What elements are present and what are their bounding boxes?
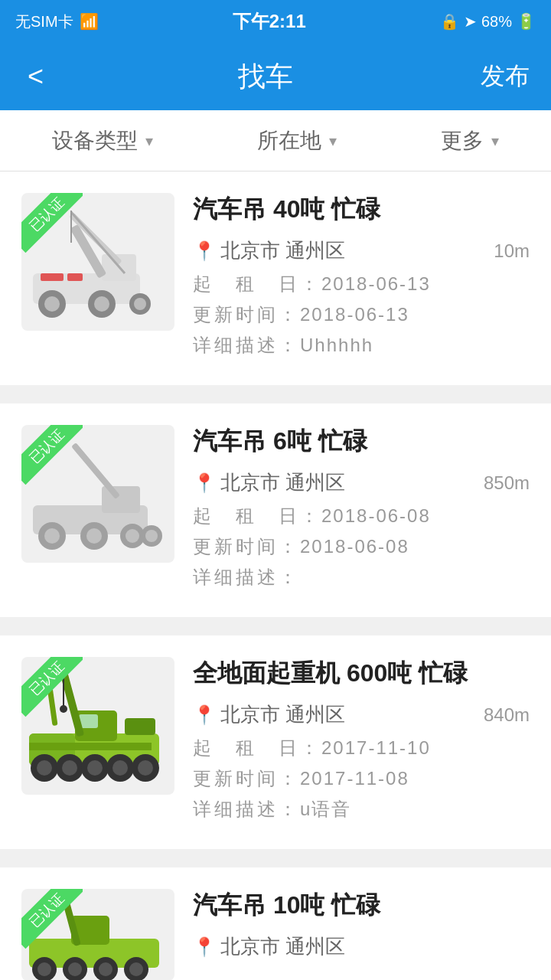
crane-svg-2 <box>25 429 171 559</box>
location-text-4: 北京市 通州区 <box>220 933 345 960</box>
equipment-list: 已认证 汽车吊 40吨 忙碌 📍 北京市 通州区 10m 起 租 日：2018-… <box>0 172 551 980</box>
lock-icon: 🔒 <box>440 12 459 31</box>
svg-rect-42 <box>125 718 155 735</box>
page-title: 找车 <box>238 58 293 96</box>
filter-equipment-type[interactable]: 设备类型 ▾ <box>52 126 153 155</box>
svg-point-51 <box>68 962 82 976</box>
svg-point-44 <box>60 705 67 713</box>
card-info-4: 汽车吊 10吨 忙碌 📍 北京市 通州区 <box>193 889 530 968</box>
location-pin-icon-1: 📍 <box>193 240 216 262</box>
card-location-row-3: 📍 北京市 通州区 840m <box>193 701 530 728</box>
filter-equipment-label: 设备类型 <box>52 126 138 155</box>
filter-location-arrow: ▾ <box>329 132 337 150</box>
svg-rect-30 <box>44 665 57 726</box>
list-item[interactable]: 已认证 汽车吊 40吨 忙碌 📍 北京市 通州区 10m 起 租 日：2018-… <box>0 172 551 385</box>
svg-point-24 <box>145 530 158 542</box>
card-info-3: 全地面起重机 600吨 忙碌 📍 北京市 通州区 840m 起 租 日：2017… <box>193 657 530 828</box>
card-location-row-4: 📍 北京市 通州区 <box>193 933 530 960</box>
svg-point-41 <box>138 760 153 776</box>
svg-rect-15 <box>102 486 140 513</box>
distance-3: 840m <box>484 704 530 726</box>
card-title-3: 全地面起重机 600吨 忙碌 <box>193 657 530 691</box>
description-3: 详细描述：u语音 <box>193 797 530 822</box>
card-location-4: 📍 北京市 通州区 <box>193 933 345 960</box>
svg-point-9 <box>134 298 146 310</box>
status-right: 🔒 ➤ 68% 🔋 <box>440 12 536 31</box>
card-info-1: 汽车吊 40吨 忙碌 📍 北京市 通州区 10m 起 租 日：2018-06-1… <box>193 193 530 364</box>
filter-location[interactable]: 所在地 ▾ <box>257 126 337 155</box>
update-time-3: 更新时间：2017-11-08 <box>193 766 530 791</box>
no-sim-label: 无SIM卡 <box>15 11 73 32</box>
distance-2: 850m <box>484 472 530 494</box>
list-item[interactable]: 已认证 汽车吊 10吨 忙碌 📍 北京市 通州区 <box>0 867 551 980</box>
svg-point-7 <box>94 296 109 312</box>
svg-point-37 <box>87 760 103 776</box>
wifi-icon: 📶 <box>80 12 99 31</box>
description-2: 详细描述： <box>193 565 530 590</box>
list-item[interactable]: 已认证 汽车吊 6吨 忙碌 📍 北京市 通州区 850m 起 租 日：2018-… <box>0 403 551 617</box>
filter-more[interactable]: 更多 ▾ <box>441 126 499 155</box>
filter-location-label: 所在地 <box>257 126 321 155</box>
filter-bar: 设备类型 ▾ 所在地 ▾ 更多 ▾ <box>0 110 551 172</box>
divider-1 <box>0 394 551 403</box>
publish-button[interactable]: 发布 <box>481 60 530 93</box>
divider-3 <box>0 858 551 867</box>
description-1: 详细描述：Uhhhhh <box>193 333 530 358</box>
update-time-2: 更新时间：2018-06-08 <box>193 534 530 559</box>
battery-label: 68% <box>481 13 512 31</box>
location-text-3: 北京市 通州区 <box>220 701 345 728</box>
svg-point-22 <box>126 529 139 543</box>
card-location-row-1: 📍 北京市 通州区 10m <box>193 237 530 264</box>
start-date-3: 起 租 日：2017-11-10 <box>193 736 530 760</box>
crane-svg-3 <box>25 661 171 791</box>
equipment-image-4: 已认证 <box>21 889 174 980</box>
location-pin-icon-3: 📍 <box>193 704 216 726</box>
battery-icon: 🔋 <box>517 12 536 31</box>
svg-point-49 <box>37 962 51 976</box>
svg-point-18 <box>44 528 60 544</box>
distance-1: 10m <box>494 240 530 262</box>
location-text-2: 北京市 通州区 <box>220 469 345 496</box>
status-time: 下午2:11 <box>233 9 306 34</box>
filter-more-arrow: ▾ <box>491 132 499 150</box>
card-location-1: 📍 北京市 通州区 <box>193 237 345 264</box>
svg-point-53 <box>99 962 112 976</box>
filter-more-label: 更多 <box>441 126 484 155</box>
svg-point-55 <box>129 962 143 976</box>
svg-point-39 <box>112 760 128 776</box>
list-item[interactable]: 已认证 全地面起重机 600吨 忙碌 📍 北京市 通州区 840m 起 租 日：… <box>0 635 551 849</box>
divider-2 <box>0 626 551 635</box>
filter-equipment-arrow: ▾ <box>145 132 153 150</box>
start-date-2: 起 租 日：2018-06-08 <box>193 504 530 528</box>
crane-svg-1 <box>25 197 171 327</box>
back-button[interactable]: < <box>21 54 50 99</box>
card-location-3: 📍 北京市 通州区 <box>193 701 345 728</box>
location-pin-icon-4: 📍 <box>193 936 216 958</box>
card-title-1: 汽车吊 40吨 忙碌 <box>193 193 530 227</box>
svg-point-33 <box>37 760 52 776</box>
card-location-row-2: 📍 北京市 通州区 850m <box>193 469 530 496</box>
card-title-4: 汽车吊 10吨 忙碌 <box>193 889 530 923</box>
svg-point-5 <box>44 296 60 312</box>
svg-point-20 <box>86 528 102 544</box>
status-left: 无SIM卡 📶 <box>15 11 99 32</box>
svg-rect-29 <box>58 665 84 737</box>
crane-svg-4 <box>25 889 171 980</box>
location-text-1: 北京市 通州区 <box>220 237 345 264</box>
svg-rect-16 <box>71 443 120 499</box>
nav-bar: < 找车 发布 <box>0 43 551 110</box>
svg-rect-12 <box>41 273 64 281</box>
update-time-1: 更新时间：2018-06-13 <box>193 302 530 327</box>
card-info-2: 汽车吊 6吨 忙碌 📍 北京市 通州区 850m 起 租 日：2018-06-0… <box>193 425 530 596</box>
start-date-1: 起 租 日：2018-06-13 <box>193 272 530 296</box>
equipment-image-3: 已认证 <box>21 657 174 795</box>
svg-rect-13 <box>67 273 83 281</box>
svg-point-35 <box>62 760 77 776</box>
svg-rect-31 <box>29 743 152 750</box>
location-icon: ➤ <box>464 12 477 31</box>
card-title-2: 汽车吊 6吨 忙碌 <box>193 425 530 459</box>
equipment-image-1: 已认证 <box>21 193 174 331</box>
card-location-2: 📍 北京市 通州区 <box>193 469 345 496</box>
location-pin-icon-2: 📍 <box>193 472 216 494</box>
equipment-image-2: 已认证 <box>21 425 174 563</box>
